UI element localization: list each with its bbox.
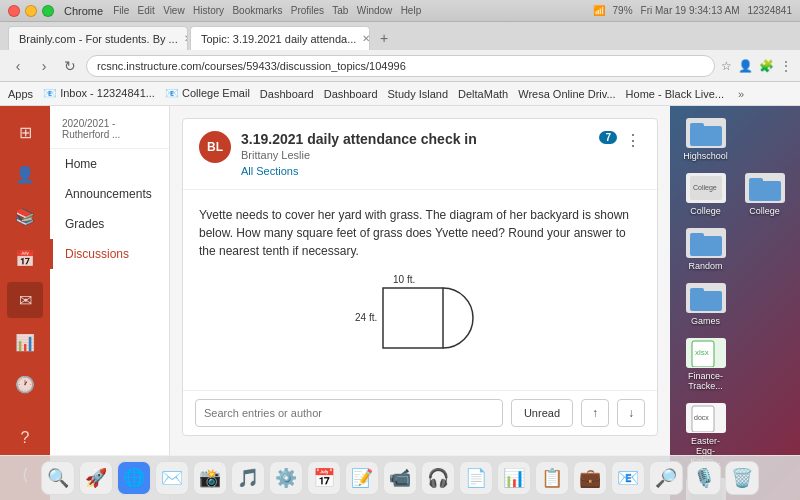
new-tab-button[interactable]: + (372, 26, 396, 50)
desktop-icon-college-folder[interactable]: College (737, 169, 792, 220)
bookmark-dashboard1[interactable]: Dashboard (260, 88, 314, 100)
finance-file-icon: xlsx (686, 338, 726, 368)
bookmark-wresa[interactable]: Wresa Online Driv... (518, 88, 615, 100)
desktop-icon-finance[interactable]: xlsx Finance-Tracke... (678, 334, 733, 395)
course-nav: 2020/2021 - Rutherford ... Home Announce… (50, 106, 170, 500)
desktop-area: Highschool College College College (670, 106, 800, 500)
profile-icon[interactable]: 👤 (738, 59, 753, 73)
forward-button[interactable]: › (34, 56, 54, 76)
bookmarks-bar: Apps 📧 Inbox - 12324841... 📧 College Ema… (0, 82, 800, 106)
dock-calendar[interactable]: 📅 (307, 461, 341, 495)
next-icon: ↓ (628, 406, 634, 420)
more-options-button[interactable]: ⋮ (625, 131, 641, 150)
nav-announcements[interactable]: Announcements (50, 179, 169, 209)
tab-discussion[interactable]: Topic: 3.19.2021 daily attenda... ✕ (190, 26, 370, 50)
dock-outlook[interactable]: 📧 (611, 461, 645, 495)
svg-rect-10 (690, 288, 704, 293)
random-folder-icon (686, 228, 726, 258)
dock: 🔍 🚀 🌐 ✉️ 📸 🎵 ⚙️ 📅 📝 📹 🎧 📄 📊 📋 💼 📧 🔎 🎙️ 🗑… (0, 455, 800, 500)
dock-settings[interactable]: ⚙️ (269, 461, 303, 495)
system-status: 📶 79% Fri Mar 19 9:34:13 AM 12324841 (593, 5, 792, 16)
wifi-icon: 📶 (593, 5, 605, 16)
url-icons: ☆ 👤 🧩 ⋮ (721, 59, 792, 73)
back-button[interactable]: ‹ (8, 56, 28, 76)
dock-face-time[interactable]: 📹 (383, 461, 417, 495)
svg-rect-5 (749, 181, 781, 201)
bookmark-study-island[interactable]: Study Island (388, 88, 449, 100)
dock-music[interactable]: 🎵 (231, 461, 265, 495)
bookmark-inbox[interactable]: 📧 Inbox - 12324841... (43, 87, 155, 100)
sidebar-inbox-icon[interactable]: ✉ (7, 282, 43, 318)
games-folder-icon (686, 283, 726, 313)
dock-launchpad[interactable]: 🚀 (79, 461, 113, 495)
tab-close-discussion[interactable]: ✕ (362, 33, 370, 44)
dock-trash[interactable]: 🗑️ (725, 461, 759, 495)
dock-powerpoint[interactable]: 📋 (535, 461, 569, 495)
next-entry-button[interactable]: ↓ (617, 399, 645, 427)
svg-rect-6 (749, 178, 763, 183)
discussion-header: BL 3.19.2021 daily attendance check in B… (183, 119, 657, 190)
dock-photos[interactable]: 📸 (193, 461, 227, 495)
sidebar-help-icon[interactable]: ? (7, 420, 43, 456)
college-thumb-icon: College (686, 173, 726, 203)
desktop-row-2: College College College (678, 169, 792, 220)
highschool-label: Highschool (683, 151, 728, 161)
dock-spotify[interactable]: 🎧 (421, 461, 455, 495)
maximize-button[interactable] (42, 5, 54, 17)
extension-icon[interactable]: 🧩 (759, 59, 774, 73)
title-bar: Chrome File Edit View History Bookmarks … (0, 0, 800, 22)
desktop-icon-college[interactable]: College College (678, 169, 733, 220)
prev-entry-button[interactable]: ↑ (581, 399, 609, 427)
sidebar-account-icon[interactable]: 👤 (7, 156, 43, 192)
sidebar-home-icon[interactable]: ⊞ (7, 114, 43, 150)
discussion-body: Yvette needs to cover her yard with gras… (183, 190, 657, 390)
tab-close-brainly[interactable]: ✕ (184, 33, 188, 44)
bookmark-dashboard2[interactable]: Dashboard (324, 88, 378, 100)
dock-siri[interactable]: 🎙️ (687, 461, 721, 495)
desktop-icon-highschool[interactable]: Highschool (678, 114, 733, 165)
close-button[interactable] (8, 5, 20, 17)
desktop-icon-random[interactable]: Random (678, 224, 733, 275)
menu-icon[interactable]: ⋮ (780, 59, 792, 73)
tab-bar: Brainly.com - For students. By ... ✕ Top… (0, 22, 800, 50)
dock-chrome[interactable]: 🌐 (117, 461, 151, 495)
dock-notes[interactable]: 📝 (345, 461, 379, 495)
svg-text:xlsx: xlsx (695, 348, 709, 357)
sidebar-calendar-icon[interactable]: 📅 (7, 240, 43, 276)
svg-text:College: College (693, 184, 717, 192)
dock-finder[interactable]: 🔍 (41, 461, 75, 495)
prev-icon: ↑ (592, 406, 598, 420)
tab-brainly[interactable]: Brainly.com - For students. By ... ✕ (8, 26, 188, 50)
sidebar-clock-icon[interactable]: 🕐 (7, 366, 43, 402)
dock-word[interactable]: 📄 (459, 461, 493, 495)
sidebar-courses-icon[interactable]: 📚 (7, 198, 43, 234)
desktop-icon-games[interactable]: Games (678, 279, 733, 330)
bookmark-home-black[interactable]: Home - Black Live... (626, 88, 724, 100)
nav-home[interactable]: Home (50, 149, 169, 179)
nav-grades[interactable]: Grades (50, 209, 169, 239)
star-icon[interactable]: ☆ (721, 59, 732, 73)
sidebar-grades-icon[interactable]: 📊 (7, 324, 43, 360)
dock-teams[interactable]: 💼 (573, 461, 607, 495)
refresh-button[interactable]: ↻ (60, 56, 80, 76)
dock-excel[interactable]: 📊 (497, 461, 531, 495)
discussion-author: Brittany Leslie (241, 149, 477, 161)
unread-button[interactable]: Unread (511, 399, 573, 427)
bookmark-apps[interactable]: Apps (8, 88, 33, 100)
nav-discussions[interactable]: Discussions (50, 239, 169, 269)
all-sections-link[interactable]: All Sections (241, 165, 477, 177)
unread-badge: 7 (599, 131, 617, 144)
svg-rect-2 (690, 123, 704, 128)
highschool-folder-icon (686, 118, 726, 148)
dock-search[interactable]: 🔎 (649, 461, 683, 495)
url-input[interactable] (86, 55, 715, 77)
bookmark-deltamath[interactable]: DeltaMath (458, 88, 508, 100)
bookmark-college-email[interactable]: 📧 College Email (165, 87, 250, 100)
search-entries-input[interactable] (195, 399, 503, 427)
dock-mail[interactable]: ✉️ (155, 461, 189, 495)
desktop-row-4: Games (678, 279, 792, 330)
minimize-button[interactable] (25, 5, 37, 17)
svg-text:docx: docx (694, 414, 709, 421)
college-label: College (690, 206, 721, 216)
discussion-title-area: 3.19.2021 daily attendance check in Brit… (241, 131, 477, 177)
